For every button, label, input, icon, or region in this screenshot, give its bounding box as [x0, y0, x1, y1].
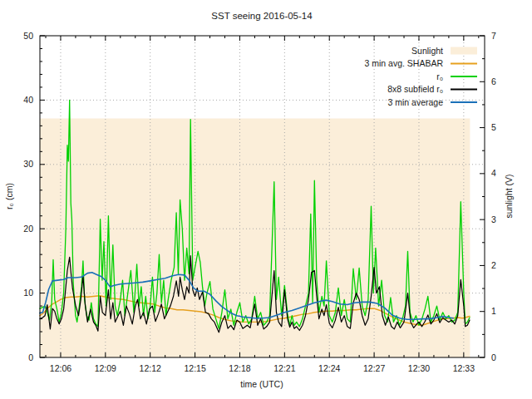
y-right-tick-label: 3: [491, 214, 496, 224]
x-tick-label: 12:21: [273, 363, 295, 373]
y-left-tick-label: 40: [23, 95, 33, 105]
y-right-tick-label: 0: [491, 352, 496, 362]
x-tick-label: 12:27: [363, 363, 385, 373]
y-axis-label-left: r₀ (cm): [4, 183, 14, 209]
legend-label: 8x8 subfield r₀: [387, 84, 443, 94]
legend-swatch-area: [451, 47, 477, 55]
y-right-tick-label: 7: [491, 31, 496, 41]
y-left-tick-label: 10: [23, 288, 33, 298]
x-tick-label: 12:33: [453, 363, 475, 373]
legend-item: 3 min avg. SHABAR: [364, 58, 477, 68]
legend-label: Sunlight: [411, 46, 443, 56]
seeing-chart: 12:0612:0912:1212:1512:1812:2112:2412:27…: [0, 0, 532, 399]
y-right-tick-label: 4: [491, 168, 496, 178]
legend: Sunlight3 min avg. SHABARr₀8x8 subfield …: [364, 46, 477, 107]
y-axis-label-right: sunlight (V): [504, 174, 514, 218]
x-tick-label: 12:12: [140, 363, 161, 373]
legend-item: r₀: [436, 71, 477, 81]
x-axis-label: time (UTC): [240, 379, 283, 389]
legend-item: 3 min average: [387, 97, 477, 107]
legend-label: 3 min avg. SHABAR: [364, 58, 443, 68]
y-right-tick-label: 2: [491, 260, 496, 270]
x-tick-label: 12:24: [318, 363, 340, 373]
y-right-tick-label: 1: [491, 306, 496, 316]
x-tick-label: 12:06: [50, 363, 71, 373]
legend-label: 3 min average: [387, 97, 443, 107]
y-right-tick-label: 6: [491, 76, 496, 86]
legend-label: r₀: [436, 71, 443, 81]
chart-page: 12:0612:0912:1212:1512:1812:2112:2412:27…: [0, 0, 532, 399]
y-left-tick-label: 0: [28, 352, 33, 362]
legend-item: Sunlight: [411, 46, 477, 56]
y-right-tick-label: 5: [491, 122, 496, 132]
y-left-tick-label: 50: [23, 31, 33, 41]
y-left-tick-label: 20: [23, 224, 33, 234]
x-tick-label: 12:09: [95, 363, 116, 373]
chart-title: SST seeing 2016-05-14: [211, 11, 313, 21]
y-left-tick-label: 30: [23, 159, 33, 169]
x-tick-label: 12:18: [229, 363, 250, 373]
x-tick-label: 12:15: [184, 363, 205, 373]
plot-layers: 12:0612:0912:1212:1512:1812:2112:2412:27…: [23, 31, 496, 374]
x-tick-label: 12:30: [408, 363, 430, 373]
